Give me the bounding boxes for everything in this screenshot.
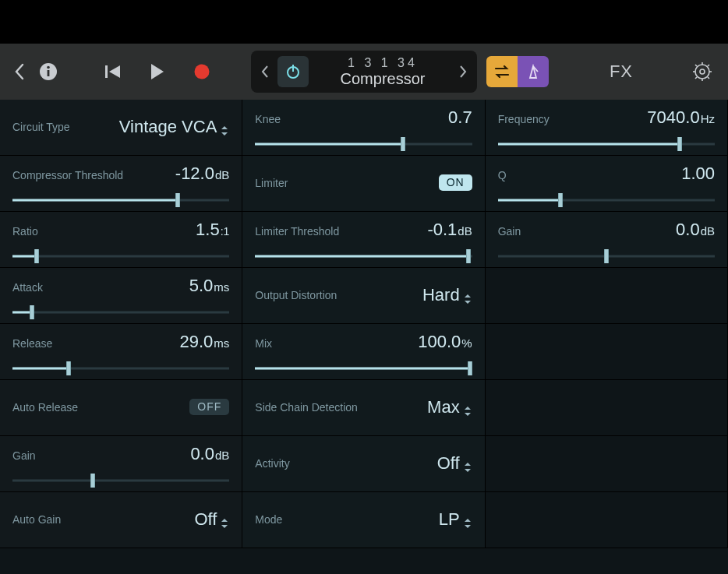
limiter-threshold-slider[interactable] bbox=[255, 251, 472, 262]
empty-cell bbox=[486, 380, 728, 436]
frequency-slider[interactable] bbox=[498, 139, 715, 150]
circuit-type-row: Circuit Type Vintage VCA bbox=[0, 100, 242, 156]
frequency-label: Frequency bbox=[498, 113, 550, 125]
release-row: Release 29.0ms bbox=[0, 324, 242, 380]
attack-row: Attack 5.0ms bbox=[0, 268, 242, 324]
gain1-value[interactable]: 0.0dB bbox=[190, 444, 229, 464]
loop-icon[interactable] bbox=[486, 56, 518, 87]
attack-slider[interactable] bbox=[12, 307, 229, 318]
knee-label: Knee bbox=[255, 113, 281, 125]
distortion-row: Output Distortion Hard bbox=[242, 268, 485, 324]
knee-row: Knee 0.7 bbox=[242, 100, 485, 156]
svg-point-4 bbox=[195, 65, 210, 79]
limiter-label: Limiter bbox=[255, 177, 288, 189]
gain3-label: Gain bbox=[498, 225, 521, 238]
threshold-slider[interactable] bbox=[12, 195, 229, 206]
empty-cell bbox=[486, 492, 728, 548]
mode-label: Mode bbox=[255, 513, 282, 526]
fx-label[interactable]: FX bbox=[610, 62, 633, 82]
preset-navigator: 1 3 1 34 Compressor bbox=[251, 51, 477, 93]
mix-slider[interactable] bbox=[255, 363, 472, 374]
auto-release-row: Auto Release OFF bbox=[0, 380, 242, 436]
limiter-row: Limiter ON bbox=[242, 156, 485, 212]
svg-line-14 bbox=[695, 65, 697, 66]
compare-buttons bbox=[486, 56, 549, 87]
toolbar: 1 3 1 34 Compressor FX bbox=[0, 44, 728, 100]
svg-point-2 bbox=[47, 66, 50, 69]
q-value[interactable]: 1.00 bbox=[681, 164, 715, 184]
gain3-row: Gain 0.0dB bbox=[486, 212, 728, 268]
auto-gain-select[interactable]: Off bbox=[194, 509, 229, 530]
mix-value[interactable]: 100.0% bbox=[418, 332, 472, 352]
svg-line-16 bbox=[708, 65, 709, 66]
circuit-type-select[interactable]: Vintage VCA bbox=[119, 117, 230, 137]
mix-label: Mix bbox=[255, 337, 272, 350]
ratio-label: Ratio bbox=[12, 225, 38, 238]
ratio-slider[interactable] bbox=[12, 251, 229, 262]
gain1-row: Gain 0.0dB bbox=[0, 436, 242, 492]
gain3-slider[interactable] bbox=[498, 251, 715, 262]
limiter-threshold-row: Limiter Threshold -0.1dB bbox=[242, 212, 485, 268]
q-label: Q bbox=[498, 169, 507, 181]
auto-gain-row: Auto Gain Off bbox=[0, 492, 242, 548]
auto-release-label: Auto Release bbox=[12, 401, 78, 414]
play-button[interactable] bbox=[150, 63, 165, 80]
release-slider[interactable] bbox=[12, 363, 229, 374]
threshold-label: Compressor Threshold bbox=[12, 169, 123, 181]
back-button[interactable] bbox=[14, 63, 25, 80]
sidechain-label: Side Chain Detection bbox=[255, 401, 358, 414]
svg-rect-1 bbox=[48, 70, 50, 76]
preset-prev-button[interactable] bbox=[256, 65, 274, 78]
attack-value[interactable]: 5.0ms bbox=[189, 276, 230, 296]
empty-cell bbox=[486, 324, 728, 380]
metronome-icon[interactable] bbox=[518, 56, 549, 87]
preset-next-button[interactable] bbox=[454, 65, 472, 78]
activity-select[interactable]: Off bbox=[437, 453, 472, 474]
auto-gain-label: Auto Gain bbox=[12, 513, 61, 526]
circuit-type-label: Circuit Type bbox=[12, 121, 70, 133]
frequency-value[interactable]: 7040.0Hz bbox=[647, 107, 715, 128]
release-label: Release bbox=[12, 337, 52, 350]
sidechain-select[interactable]: Max bbox=[427, 397, 472, 417]
q-slider[interactable] bbox=[498, 195, 715, 206]
info-icon[interactable] bbox=[39, 62, 58, 81]
sidechain-row: Side Chain Detection Max bbox=[242, 380, 485, 436]
mode-select[interactable]: LP bbox=[439, 509, 472, 530]
mode-row: Mode LP bbox=[242, 492, 485, 548]
record-button[interactable] bbox=[193, 63, 210, 80]
power-button[interactable] bbox=[277, 56, 309, 87]
preset-index: 1 3 1 34 bbox=[312, 56, 454, 70]
svg-line-17 bbox=[695, 77, 697, 79]
knee-slider[interactable] bbox=[255, 139, 472, 150]
threshold-value[interactable]: -12.0dB bbox=[175, 164, 230, 184]
settings-gear-icon[interactable] bbox=[692, 62, 712, 82]
empty-cell bbox=[486, 436, 728, 492]
gain3-value[interactable]: 0.0dB bbox=[676, 220, 715, 240]
ratio-row: Ratio 1.5:1 bbox=[0, 212, 242, 268]
ratio-value[interactable]: 1.5:1 bbox=[196, 220, 229, 240]
gain1-slider[interactable] bbox=[12, 475, 229, 486]
empty-cell bbox=[486, 268, 728, 324]
preset-name[interactable]: Compressor bbox=[312, 70, 454, 87]
svg-point-9 bbox=[700, 69, 705, 74]
svg-point-8 bbox=[695, 65, 709, 79]
q-row: Q 1.00 bbox=[486, 156, 728, 212]
limiter-toggle[interactable]: ON bbox=[439, 174, 472, 191]
svg-rect-3 bbox=[105, 65, 108, 78]
limiter-threshold-value[interactable]: -0.1dB bbox=[427, 220, 472, 240]
activity-label: Activity bbox=[255, 457, 289, 470]
mix-row: Mix 100.0% bbox=[242, 324, 485, 380]
auto-release-toggle[interactable]: OFF bbox=[189, 399, 229, 415]
svg-line-15 bbox=[708, 77, 709, 79]
limiter-threshold-label: Limiter Threshold bbox=[255, 225, 339, 238]
release-value[interactable]: 29.0ms bbox=[180, 332, 230, 352]
distortion-label: Output Distortion bbox=[255, 289, 337, 301]
distortion-select[interactable]: Hard bbox=[422, 285, 472, 305]
threshold-row: Compressor Threshold -12.0dB bbox=[0, 156, 242, 212]
activity-row: Activity Off bbox=[242, 436, 485, 492]
skip-back-button[interactable] bbox=[104, 64, 122, 79]
gain1-label: Gain bbox=[12, 449, 36, 462]
attack-label: Attack bbox=[12, 281, 43, 294]
frequency-row: Frequency 7040.0Hz bbox=[486, 100, 728, 156]
knee-value[interactable]: 0.7 bbox=[448, 107, 472, 128]
